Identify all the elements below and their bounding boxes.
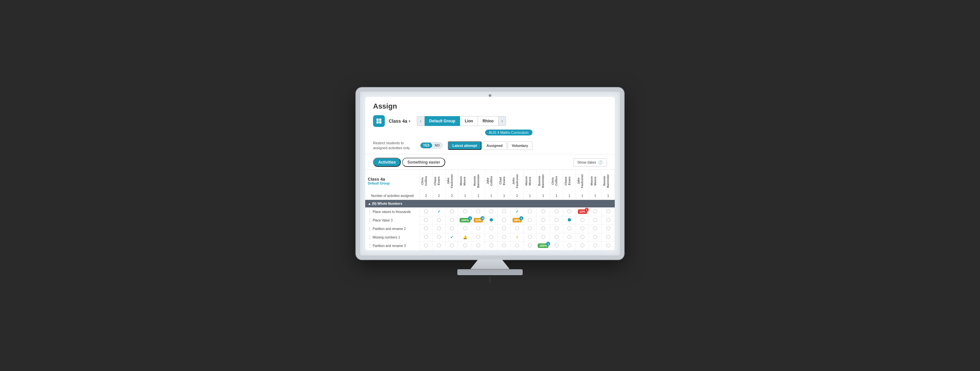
clock-icon: 🕐 (598, 160, 603, 165)
col-header-11: ChaseEvans (563, 170, 576, 192)
class-name[interactable]: Class 4a ▾ (389, 118, 410, 124)
table-row: ⋮ Partition and rename 2 (365, 224, 615, 233)
row-label: Partition and rename 2 (373, 227, 406, 231)
tabs-row: Activities Something easier Show dates 🕐 (365, 154, 615, 170)
group-rhino-btn[interactable]: Rhino (477, 116, 498, 126)
apple-logo:  (489, 276, 491, 283)
nav-right-arrow[interactable]: › (498, 116, 506, 126)
monitor-base (457, 269, 523, 275)
col-header-5: JakeCollins (485, 170, 498, 192)
nav-left-arrow[interactable]: ‹ (417, 116, 425, 126)
svg-rect-3 (379, 122, 382, 124)
score-badge-100pct-2: 100% 2 (538, 243, 549, 248)
page-title: Assign (373, 102, 607, 110)
restrict-label: Restrict students to assigned activities… (373, 141, 415, 150)
section-whole-numbers: ▲ (N) Whole Numbers (365, 200, 615, 208)
group-lion-btn[interactable]: Lion (460, 116, 477, 126)
voluntary-btn[interactable]: Voluntary (508, 141, 533, 150)
score-badge-13pct-2: 13% 25 (474, 218, 483, 222)
row-dots-icon[interactable]: ⋮ (368, 218, 372, 222)
curriculum-badge: AUS 4 Maths Curriculum (485, 130, 533, 136)
score-badge-13pct: 13% 1 (578, 209, 587, 214)
row-dots-icon[interactable]: ⋮ (368, 235, 372, 240)
restrict-toggle[interactable]: YES NO (420, 142, 442, 149)
score-badge-100pct: 100% 2 (460, 218, 470, 222)
col-header-14: RennieBannister (602, 170, 615, 192)
svg-rect-0 (377, 119, 379, 121)
show-dates-button[interactable]: Show dates 🕐 (573, 158, 607, 166)
row-label: Place Value 3 (373, 219, 393, 222)
score-badge-98pct: 98% 8 (512, 218, 522, 222)
table-row: ⋮ Place values to thousands ✓ ✓ (365, 208, 615, 216)
col-header-2: JakeFaulconer (445, 170, 458, 192)
row-label: Missing numbers 1 (373, 235, 400, 239)
tab-activities[interactable]: Activities (373, 158, 401, 167)
svg-rect-2 (377, 122, 379, 124)
col-header-0: ChrisCollins (420, 170, 433, 192)
col-header-1: ChaseEvans (433, 170, 445, 192)
col-header-6: ChadEvans (498, 170, 511, 192)
assigned-btn[interactable]: Assigned (482, 141, 507, 150)
section-icon: ▲ (368, 202, 371, 205)
row-dots-icon[interactable]: ⋮ (368, 243, 372, 248)
attempt-buttons: Latest attempt Assigned Voluntary (448, 141, 533, 150)
table-class-name: Class 4a (368, 177, 417, 182)
table-class-group: Default Group (368, 182, 417, 185)
section-label: (N) Whole Numbers (372, 202, 402, 205)
latest-attempt-btn[interactable]: Latest attempt (448, 141, 482, 150)
col-header-8: MasonMoore (523, 170, 537, 192)
data-table: Class 4a Default Group ChrisCollins Chas… (365, 170, 615, 250)
table-row: ⋮ Place Value 3 100% 2 (365, 216, 615, 224)
table-row: ⋮ Partition and rename 3 (365, 241, 615, 250)
row-label: Partition and rename 3 (373, 244, 406, 248)
col-header-13: MasonMoore (589, 170, 602, 192)
svg-rect-1 (379, 119, 382, 121)
count-label: Number of activities assigned (365, 192, 420, 200)
col-header-12: JakeFaulconer (576, 170, 589, 192)
class-icon (373, 115, 385, 127)
col-header-9: BonnieBannister (536, 170, 550, 192)
count-row: Number of activities assigned 2 2 2 1 1 … (365, 192, 615, 200)
row-label: Place values to thousands (373, 210, 411, 214)
monitor-stand (470, 259, 510, 269)
table-row: ⋮ Missing numbers 1 ✓ 🔔 ! (365, 233, 615, 241)
row-dots-icon[interactable]: ⋮ (368, 226, 372, 231)
row-dots-icon[interactable]: ⋮ (368, 209, 372, 214)
tab-something-easier[interactable]: Something easier (402, 158, 445, 167)
chevron-down-icon: ▾ (409, 120, 410, 123)
group-default-btn[interactable]: Default Group (425, 116, 460, 126)
col-header-3: MasonMoore (458, 170, 472, 192)
group-nav: ‹ Default Group Lion Rhino › (417, 116, 506, 126)
col-header-7: JohnFaulconer (511, 170, 523, 192)
col-header-4: RennieBannister (472, 170, 485, 192)
col-header-10: ChrisCollins (550, 170, 563, 192)
